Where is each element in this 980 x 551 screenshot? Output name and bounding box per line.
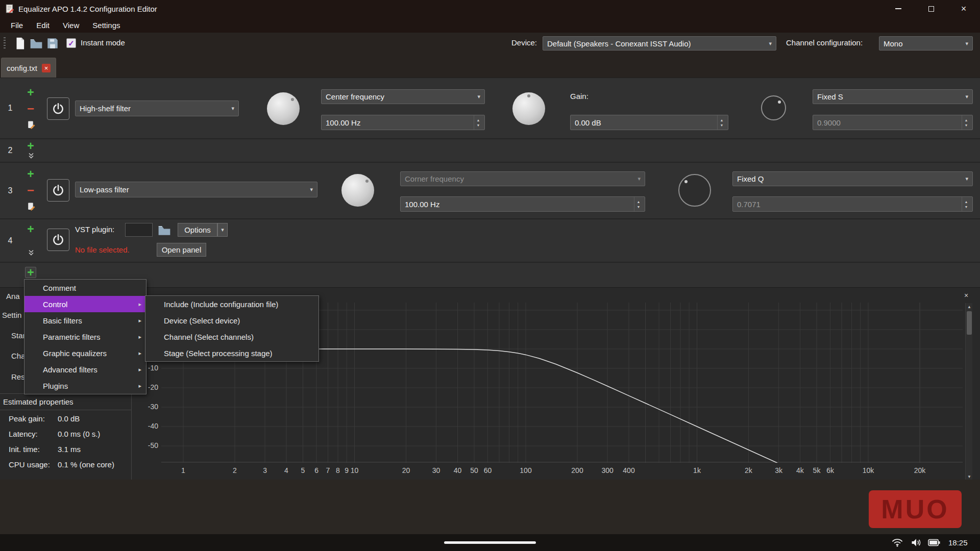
q-spinbox[interactable]: 0.9000 ▲▼ bbox=[813, 115, 973, 130]
filter-row-3: 3 + − Low-pass filter ▾ Corner frequency… bbox=[0, 163, 980, 219]
context-menu-item-graphic-equalizers[interactable]: Graphic equalizers▸ bbox=[24, 345, 146, 361]
context-menu-item-parametric-filters[interactable]: Parametric filters▸ bbox=[24, 329, 146, 345]
frequency-param-select[interactable]: Center frequency ▾ bbox=[321, 89, 485, 104]
q-param-select[interactable]: Fixed S ▾ bbox=[813, 89, 973, 104]
spin-up-icon: ▲ bbox=[965, 200, 968, 204]
chevron-down-icon: ▾ bbox=[769, 40, 772, 47]
clock[interactable]: 18:25 bbox=[948, 538, 968, 547]
vst-path-field[interactable] bbox=[125, 223, 153, 237]
context-menu-item-comment[interactable]: Comment bbox=[24, 280, 146, 296]
device-select[interactable]: Default (Speakers - Conexant ISST Audio)… bbox=[543, 36, 776, 51]
spinner-buttons[interactable]: ▲▼ bbox=[962, 115, 970, 130]
close-button[interactable]: × bbox=[947, 0, 980, 17]
battery-icon[interactable] bbox=[928, 538, 940, 547]
spinner-buttons[interactable]: ▲▼ bbox=[474, 115, 482, 130]
menu-file[interactable]: File bbox=[4, 17, 30, 33]
toolbar-grip-handle[interactable] bbox=[4, 37, 6, 49]
submenu-item-channel[interactable]: Channel (Select channels) bbox=[145, 329, 318, 345]
add-filter-icon[interactable]: + bbox=[25, 223, 36, 235]
power-toggle-button[interactable] bbox=[47, 179, 69, 202]
context-menu-item-basic-filters[interactable]: Basic filters▸ bbox=[24, 312, 146, 329]
frequency-value: 100.00 Hz bbox=[326, 118, 471, 127]
spinner-buttons[interactable]: ▲▼ bbox=[634, 197, 643, 211]
save-file-icon[interactable] bbox=[46, 37, 59, 50]
window-title: Equalizer APO 1.4.2 Configuration Editor bbox=[18, 5, 157, 13]
open-panel-button[interactable]: Open panel bbox=[157, 243, 206, 257]
menu-edit[interactable]: Edit bbox=[30, 17, 56, 33]
x-tick-2k: 2k bbox=[745, 466, 752, 474]
q-spinbox[interactable]: 0.7071 ▲▼ bbox=[732, 196, 973, 212]
submenu-item-stage[interactable]: Stage (Select processing stage) bbox=[145, 345, 318, 361]
instant-mode-checkbox[interactable]: ✓ bbox=[66, 38, 76, 48]
volume-icon[interactable] bbox=[910, 538, 922, 547]
submenu-item-label: Channel (Select channels) bbox=[164, 333, 254, 341]
x-tick-4: 4 bbox=[284, 466, 288, 474]
vst-status-text: No file selected. bbox=[75, 245, 130, 254]
x-tick-40: 40 bbox=[454, 466, 462, 474]
power-toggle-button[interactable] bbox=[47, 97, 69, 120]
x-tick-6k: 6k bbox=[826, 466, 834, 474]
q-knob[interactable] bbox=[761, 95, 786, 120]
q-knob[interactable] bbox=[678, 174, 711, 207]
toolbar: ✓ Instant mode Device: Default (Speakers… bbox=[0, 33, 980, 54]
x-tick-3k: 3k bbox=[775, 466, 782, 474]
filter-row-2: 2 + bbox=[0, 139, 980, 163]
edit-filter-icon[interactable] bbox=[27, 120, 35, 129]
submenu-item-include[interactable]: Include (Include configuration file) bbox=[145, 296, 318, 312]
property-row-peak-gain: Peak gain:0.0 dB bbox=[9, 414, 129, 424]
edit-filter-icon[interactable] bbox=[27, 202, 35, 211]
new-file-icon[interactable] bbox=[13, 37, 27, 50]
tab-close-button[interactable]: × bbox=[42, 64, 51, 72]
menu-settings[interactable]: Settings bbox=[86, 17, 127, 33]
x-tick-5k: 5k bbox=[813, 466, 821, 474]
analysis-channel-label: Cha bbox=[11, 352, 26, 360]
divider bbox=[0, 410, 131, 410]
collapse-icon[interactable] bbox=[28, 152, 35, 159]
scroll-down-icon[interactable]: ▼ bbox=[966, 473, 973, 480]
open-panel-button-label: Open panel bbox=[162, 245, 202, 254]
menu-view[interactable]: View bbox=[56, 17, 86, 33]
chevron-down-icon: ▾ bbox=[965, 176, 968, 182]
spin-down-icon: ▼ bbox=[965, 205, 968, 209]
context-menu-item-control[interactable]: Control▸ bbox=[24, 296, 146, 312]
property-value: 3.1 ms bbox=[58, 445, 81, 454]
add-filter-icon[interactable]: + bbox=[25, 87, 36, 98]
submenu-item-device[interactable]: Device (Select device) bbox=[145, 312, 318, 329]
gain-knob[interactable] bbox=[512, 92, 545, 125]
maximize-button[interactable] bbox=[915, 0, 947, 17]
frequency-knob[interactable] bbox=[267, 92, 300, 125]
q-param-select[interactable]: Fixed Q ▾ bbox=[732, 171, 973, 186]
options-dropdown-button[interactable]: ▾ bbox=[217, 223, 228, 237]
scrollbar-thumb[interactable] bbox=[967, 311, 972, 335]
add-filter-icon[interactable]: + bbox=[25, 140, 36, 152]
remove-filter-icon[interactable]: − bbox=[25, 103, 36, 114]
scroll-up-icon[interactable]: ▲ bbox=[966, 303, 973, 310]
add-filter-icon[interactable]: + bbox=[25, 168, 36, 180]
open-file-icon[interactable] bbox=[30, 37, 43, 50]
options-button[interactable]: Options bbox=[178, 223, 217, 237]
frequency-spinbox[interactable]: 100.00 Hz ▲▼ bbox=[321, 115, 485, 130]
gain-spinbox[interactable]: 0.00 dB ▲▼ bbox=[570, 115, 728, 130]
add-filter-button[interactable]: + bbox=[25, 267, 36, 278]
minimize-button[interactable] bbox=[882, 0, 915, 17]
spinner-buttons[interactable]: ▲▼ bbox=[717, 115, 726, 130]
filter-type-select[interactable]: Low-pass filter ▾ bbox=[75, 182, 317, 197]
collapse-icon[interactable] bbox=[28, 249, 35, 256]
analysis-scrollbar[interactable]: ▲ ▼ bbox=[965, 303, 972, 480]
power-toggle-button[interactable] bbox=[47, 229, 69, 251]
context-menu-item-advanced-filters[interactable]: Advanced filters▸ bbox=[24, 361, 146, 378]
device-label: Device: bbox=[511, 38, 537, 47]
spinner-buttons[interactable]: ▲▼ bbox=[962, 197, 970, 211]
x-tick-10k: 10k bbox=[863, 466, 874, 474]
remove-filter-icon[interactable]: − bbox=[25, 185, 36, 196]
analysis-close-button[interactable]: × bbox=[962, 291, 971, 300]
tab-config-txt[interactable]: config.txt × bbox=[1, 58, 56, 78]
knob-indicator bbox=[778, 101, 781, 104]
channel-configuration-select[interactable]: Mono ▾ bbox=[879, 36, 973, 51]
wifi-icon[interactable] bbox=[891, 538, 903, 547]
context-menu-item-plugins[interactable]: Plugins▸ bbox=[24, 378, 146, 394]
browse-vst-icon[interactable] bbox=[158, 223, 171, 237]
filter-type-select[interactable]: High-shelf filter ▾ bbox=[75, 101, 239, 116]
frequency-spinbox[interactable]: 100.00 Hz ▲▼ bbox=[400, 196, 645, 212]
frequency-knob[interactable] bbox=[341, 174, 374, 207]
